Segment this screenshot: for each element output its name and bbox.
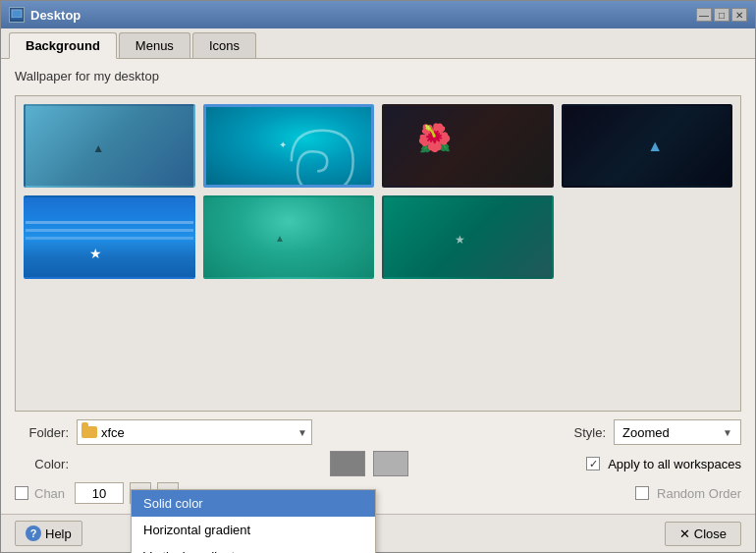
change-checkbox[interactable] — [15, 486, 28, 500]
wallpaper-item-6[interactable]: ▲ — [203, 195, 375, 279]
tab-background[interactable]: Background — [9, 32, 117, 59]
titlebar-controls: — □ ✕ — [696, 8, 747, 22]
color-workspace-row: Color: Solid color Horizontal gradient V… — [15, 451, 741, 476]
style-select[interactable]: Zoomed ▼ — [614, 419, 741, 445]
color-dropdown-menu: Solid color Horizontal gradient Vertical… — [131, 489, 376, 553]
titlebar-left: Desktop — [9, 7, 81, 23]
folder-select-inner: xfce — [81, 425, 125, 440]
wallpaper-item-1[interactable]: ▲ — [24, 104, 195, 188]
tab-content: Wallpaper for my desktop ▲ ✦ 🌺 — [1, 59, 755, 514]
tab-bar: Background Menus Icons — [1, 28, 755, 59]
bottom-controls: Folder: xfce ▼ Style: Zoomed ▼ — [15, 419, 741, 504]
window-title: Desktop — [30, 8, 81, 23]
apply-workspace-checkbox[interactable] — [586, 457, 600, 470]
close-button[interactable]: ✕ Close — [665, 522, 741, 546]
svg-rect-0 — [12, 10, 22, 18]
color-label: Color: — [15, 457, 69, 471]
folder-dropdown-arrow: ▼ — [297, 427, 307, 438]
close-icon: ✕ — [679, 526, 690, 541]
footer: ? Help ✕ Close — [1, 514, 755, 552]
folder-style-row: Folder: xfce ▼ Style: Zoomed ▼ — [15, 419, 741, 445]
style-value: Zoomed — [622, 425, 670, 440]
folder-label: Folder: — [15, 425, 69, 440]
wallpaper-item-7[interactable]: ★ — [382, 195, 554, 279]
wallpaper-item-2[interactable]: ✦ — [203, 104, 375, 188]
help-button[interactable]: ? Help — [15, 521, 82, 546]
desktop-window: Desktop — □ ✕ Background Menus Icons Wal… — [0, 0, 756, 553]
window-close-button[interactable]: ✕ — [731, 8, 747, 22]
wallpaper-grid: ▲ ✦ 🌺 ▲ — [24, 104, 732, 279]
style-label: Style: — [573, 425, 606, 440]
tab-icons[interactable]: Icons — [192, 32, 256, 58]
workspace-controls: Apply to all workspaces — [586, 457, 741, 471]
folder-icon — [81, 426, 97, 438]
random-order-controls: Random Order — [635, 486, 741, 501]
wallpaper-grid-container: ▲ ✦ 🌺 ▲ — [15, 95, 741, 412]
tab-menus[interactable]: Menus — [119, 32, 190, 58]
close-label: Close — [694, 526, 727, 541]
app-icon — [9, 7, 25, 23]
random-label: Random Order — [657, 486, 741, 501]
color-swatch-1[interactable] — [330, 451, 365, 476]
help-label: Help — [45, 526, 72, 541]
svg-rect-1 — [11, 18, 23, 20]
wallpaper-section-label: Wallpaper for my desktop — [15, 69, 741, 83]
titlebar: Desktop — □ ✕ — [1, 1, 755, 28]
color-swatch-2[interactable] — [373, 451, 408, 476]
color-option-solid[interactable]: Solid color — [132, 490, 375, 517]
minimize-button[interactable]: — — [696, 8, 712, 22]
change-random-row: Chan 10 − + Random Order — [15, 482, 741, 504]
apply-workspace-label: Apply to all workspaces — [608, 457, 741, 471]
style-dropdown-arrow: ▼ — [723, 427, 732, 438]
maximize-button[interactable]: □ — [714, 8, 729, 22]
time-input[interactable]: 10 — [75, 482, 124, 504]
color-option-vertical[interactable]: Vertical gradient — [132, 543, 375, 553]
wallpaper-item-3[interactable]: 🌺 — [382, 104, 554, 188]
style-controls: Style: Zoomed ▼ — [573, 419, 741, 445]
random-checkbox[interactable] — [635, 486, 649, 500]
wallpaper-item-5[interactable]: ★ — [24, 195, 195, 279]
folder-select[interactable]: xfce ▼ — [77, 419, 312, 445]
change-label: Chan — [34, 486, 65, 501]
help-icon: ? — [26, 525, 41, 541]
wallpaper-item-4[interactable]: ▲ — [562, 104, 733, 188]
folder-value: xfce — [101, 425, 125, 440]
color-option-horizontal[interactable]: Horizontal gradient — [132, 517, 375, 543]
